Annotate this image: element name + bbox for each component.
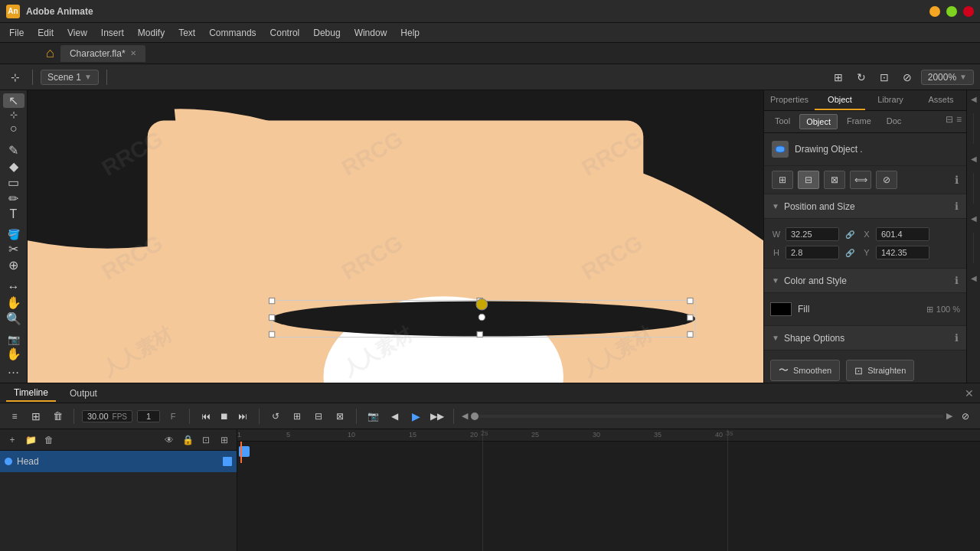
menu-window[interactable]: Window bbox=[348, 25, 394, 41]
tab-assets[interactable]: Assets bbox=[916, 90, 966, 110]
tl-prev-frame[interactable]: ◀ bbox=[386, 408, 403, 425]
tl-stop[interactable]: ⏹ bbox=[216, 408, 233, 425]
minimize-button[interactable] bbox=[929, 6, 940, 17]
menu-view[interactable]: View bbox=[61, 25, 93, 41]
color-style-header[interactable]: ▼ Color and Style ℹ bbox=[764, 269, 966, 293]
delete-layer-btn[interactable]: 🗑 bbox=[41, 432, 57, 448]
menu-control[interactable]: Control bbox=[264, 25, 306, 41]
layer-head[interactable]: Head bbox=[0, 451, 237, 472]
tool-text[interactable]: T bbox=[3, 207, 24, 221]
obj-icon-2[interactable]: ⊠ bbox=[824, 171, 845, 189]
menu-edit[interactable]: Edit bbox=[31, 25, 60, 41]
folder-layer-btn[interactable]: 📁 bbox=[23, 432, 38, 448]
panel-collapse-icon[interactable]: ⊟ bbox=[946, 114, 953, 129]
tl-cam[interactable]: 📷 bbox=[364, 408, 381, 425]
menu-file[interactable]: File bbox=[3, 25, 30, 41]
panel-toggle-1[interactable]: ◀ bbox=[969, 93, 979, 104]
tool-pan[interactable]: ✋ bbox=[3, 347, 24, 361]
fill-color-swatch[interactable] bbox=[770, 302, 792, 316]
tl-onion-skin[interactable]: ⊘ bbox=[957, 408, 974, 425]
tool-more[interactable]: … bbox=[3, 363, 24, 377]
timeline-close[interactable]: ✕ bbox=[965, 387, 974, 399]
close-button[interactable] bbox=[963, 6, 974, 17]
lock-icon-2[interactable]: 🔗 bbox=[845, 249, 854, 257]
obj-icon-1[interactable]: ⊟ bbox=[798, 171, 819, 189]
shape-info-icon[interactable]: ℹ bbox=[955, 332, 959, 344]
panel-toggle-3[interactable]: ◀ bbox=[969, 213, 979, 223]
panel-toggle-2[interactable]: ◀ bbox=[969, 153, 979, 164]
panel-options-icon[interactable]: ≡ bbox=[956, 114, 962, 129]
layer-type-icon[interactable]: ⊞ bbox=[217, 432, 232, 448]
layer-outline-icon[interactable]: ⊡ bbox=[198, 432, 214, 448]
tl-add-layer[interactable]: ⊞ bbox=[28, 408, 44, 425]
tab-object[interactable]: Object bbox=[815, 90, 865, 110]
menu-commands[interactable]: Commands bbox=[203, 25, 262, 41]
subtab-object[interactable]: Object bbox=[799, 114, 838, 129]
view-options[interactable]: ⊘ bbox=[898, 68, 916, 86]
color-info-icon[interactable]: ℹ bbox=[955, 275, 959, 286]
tl-layers-icon[interactable]: ≡ bbox=[6, 408, 23, 425]
menu-text[interactable]: Text bbox=[172, 25, 201, 41]
obj-icon-0[interactable]: ⊞ bbox=[772, 171, 793, 189]
tool-zoom[interactable]: 🔍 bbox=[3, 311, 24, 326]
add-layer-btn[interactable]: + bbox=[5, 432, 20, 448]
w-input[interactable] bbox=[786, 227, 839, 241]
h-input[interactable] bbox=[786, 246, 839, 259]
tool-eraser[interactable]: ⊕ bbox=[3, 258, 24, 272]
tool-camera[interactable]: 📷 bbox=[3, 334, 24, 345]
subtab-doc[interactable]: Doc bbox=[880, 114, 908, 129]
maximize-button[interactable] bbox=[946, 6, 957, 17]
subtab-frame[interactable]: Frame bbox=[841, 114, 877, 129]
menu-modify[interactable]: Modify bbox=[132, 25, 171, 41]
menu-help[interactable]: Help bbox=[394, 25, 426, 41]
y-input[interactable] bbox=[876, 246, 929, 259]
position-size-header[interactable]: ▼ Position and Size ℹ bbox=[764, 194, 966, 219]
tl-onion[interactable]: ⊟ bbox=[310, 408, 327, 425]
tool-hand[interactable]: ✋ bbox=[3, 295, 24, 310]
shape-options-header[interactable]: ▼ Shape Options ℹ bbox=[764, 326, 966, 350]
straighten-button[interactable]: ⊡ Straighten bbox=[846, 360, 914, 381]
tab-library[interactable]: Library bbox=[865, 90, 916, 110]
file-tab-close[interactable]: ✕ bbox=[130, 49, 136, 57]
timeline-tab[interactable]: Timeline bbox=[6, 385, 56, 402]
layer-hide-icon[interactable]: 👁 bbox=[162, 432, 177, 448]
info-icon[interactable]: ℹ bbox=[955, 174, 959, 186]
tl-edit-frames[interactable]: ⊞ bbox=[289, 408, 305, 425]
x-input[interactable] bbox=[876, 227, 929, 241]
view-rotate[interactable]: ↻ bbox=[852, 68, 871, 86]
scene-selector[interactable]: Scene 1 ▼ bbox=[41, 70, 99, 85]
tl-go-end[interactable]: ⏭ bbox=[234, 408, 251, 425]
tab-properties[interactable]: Properties bbox=[764, 90, 815, 110]
tool-subselect[interactable]: ⊹ bbox=[3, 109, 24, 120]
home-icon[interactable]: ⌂ bbox=[46, 45, 54, 61]
layer-lock-icon[interactable]: 🔒 bbox=[180, 432, 195, 448]
tl-onion-2[interactable]: ⊠ bbox=[332, 408, 348, 425]
panel-toggle-4[interactable]: ◀ bbox=[969, 272, 979, 283]
tool-transform[interactable]: ↔ bbox=[3, 280, 24, 294]
output-tab[interactable]: Output bbox=[62, 386, 105, 401]
tl-go-start[interactable]: ⏮ bbox=[198, 408, 214, 425]
obj-icon-3[interactable]: ⟺ bbox=[850, 171, 871, 189]
smoothen-button[interactable]: 〜 Smoothen bbox=[770, 360, 840, 381]
tl-play[interactable]: ▶ bbox=[407, 408, 424, 425]
tool-eyedropper[interactable]: ✂ bbox=[3, 242, 24, 256]
tool-select[interactable]: ↖ bbox=[3, 93, 24, 108]
scrubber-handle[interactable] bbox=[471, 412, 479, 420]
tool-lasso[interactable]: ○ bbox=[3, 122, 24, 135]
menu-debug[interactable]: Debug bbox=[307, 25, 346, 41]
lock-icon[interactable]: 🔗 bbox=[845, 230, 854, 239]
tl-delete-layer[interactable]: 🗑 bbox=[49, 408, 66, 425]
view-crop[interactable]: ⊡ bbox=[875, 68, 893, 86]
scrubber-track[interactable] bbox=[471, 415, 943, 418]
zoom-control[interactable]: 2000% ▼ bbox=[921, 70, 974, 85]
file-tab[interactable]: Character.fla* ✕ bbox=[60, 45, 145, 62]
view-fit[interactable]: ⊞ bbox=[829, 68, 848, 86]
tool-pen[interactable]: ✎ bbox=[3, 143, 24, 158]
tool-paint-bucket[interactable]: 🪣 bbox=[3, 229, 24, 240]
obj-icon-4[interactable]: ⊘ bbox=[876, 171, 897, 189]
tool-pencil[interactable]: ✏ bbox=[3, 191, 24, 206]
subtab-tool[interactable]: Tool bbox=[769, 114, 796, 129]
frames-panel[interactable]: 1 5 10 15 20 25 30 35 40 bbox=[237, 429, 980, 551]
tl-next-frame[interactable]: ▶▶ bbox=[429, 408, 446, 425]
tool-rect[interactable]: ▭ bbox=[3, 175, 24, 190]
